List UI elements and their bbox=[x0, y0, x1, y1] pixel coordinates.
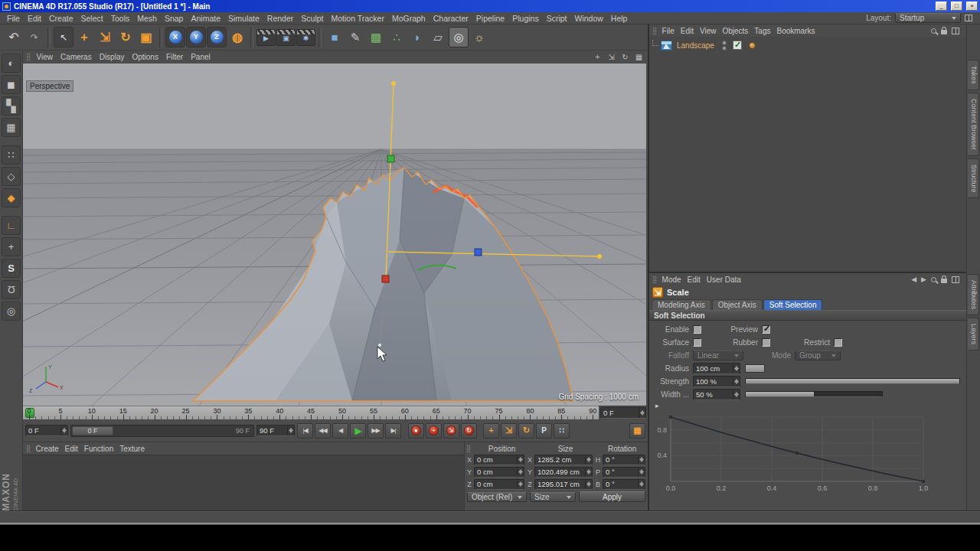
material-menu-edit[interactable]: Edit bbox=[62, 445, 81, 453]
generators-button[interactable]: ∴ bbox=[387, 27, 407, 47]
om-menu-view[interactable]: View bbox=[697, 27, 720, 35]
menu-item-mesh[interactable]: Mesh bbox=[133, 14, 161, 23]
menu-item-mograph[interactable]: MoGraph bbox=[388, 14, 430, 23]
points-mode-button[interactable]: ∷ bbox=[2, 145, 21, 165]
keying-scale-button[interactable]: ⇲ bbox=[501, 423, 517, 439]
menu-item-select[interactable]: Select bbox=[77, 14, 107, 23]
enable-checkbox[interactable] bbox=[693, 325, 701, 334]
curve-point[interactable] bbox=[669, 416, 672, 419]
curve-point[interactable] bbox=[795, 452, 799, 455]
floor-button[interactable]: ▱ bbox=[428, 27, 448, 47]
zoom-view-button[interactable]: ⇲ bbox=[606, 52, 617, 63]
menu-item-sculpt[interactable]: Sculpt bbox=[297, 14, 327, 23]
axis-y-handle[interactable] bbox=[387, 155, 394, 162]
key-interpolation-button[interactable]: ▦ bbox=[629, 423, 645, 439]
history-forward-icon[interactable]: ▶ bbox=[921, 276, 926, 283]
keying-rotation-button[interactable]: ↻ bbox=[518, 423, 534, 439]
model-mode-button[interactable]: ◼ bbox=[2, 75, 21, 94]
coord-size-dropdown[interactable]: Size bbox=[530, 492, 576, 502]
drag-handle-icon[interactable]: ⣿ bbox=[652, 276, 658, 283]
visibility-render-dot[interactable] bbox=[722, 46, 727, 51]
record-rotation-button[interactable]: ↻ bbox=[461, 423, 477, 439]
position-x-field[interactable]: 0 cm bbox=[474, 455, 524, 465]
rubber-checkbox[interactable] bbox=[762, 338, 770, 347]
material-menu-texture[interactable]: Texture bbox=[116, 445, 148, 453]
restrict-checkbox[interactable] bbox=[834, 338, 842, 347]
am-menu-user-data[interactable]: User Data bbox=[704, 276, 744, 284]
next-key-button[interactable]: ▶▶ bbox=[368, 423, 384, 439]
side-tab-attributes[interactable]: Attributes bbox=[968, 274, 979, 315]
stepper-icon[interactable] bbox=[585, 455, 592, 465]
last-tool-button[interactable]: ▣ bbox=[136, 27, 156, 47]
keying-position-button[interactable]: + bbox=[483, 423, 499, 439]
goto-start-button[interactable]: |◀ bbox=[297, 423, 313, 439]
polygons-mode-button[interactable]: ◆ bbox=[2, 188, 21, 207]
material-menu-create[interactable]: Create bbox=[33, 445, 62, 453]
lock-icon[interactable] bbox=[941, 279, 947, 283]
light-button[interactable]: ☼ bbox=[469, 27, 489, 47]
lock-x-button[interactable]: X bbox=[165, 27, 185, 47]
stepper-icon[interactable] bbox=[638, 455, 645, 465]
coord-mode-dropdown[interactable]: Object (Rel) bbox=[467, 492, 527, 502]
snap-button[interactable]: S bbox=[2, 259, 21, 278]
position-z-field[interactable]: 0 cm bbox=[474, 479, 524, 490]
visibility-editor-dot[interactable] bbox=[722, 41, 727, 45]
power-slider-handle[interactable]: 0 F bbox=[72, 426, 113, 435]
add-cube-button[interactable]: ■ bbox=[325, 27, 345, 47]
viewport-canvas[interactable]: Y X Z Perspective Grid Spacing : 1000 cm bbox=[23, 64, 646, 406]
curve-expander-icon[interactable]: ▸ bbox=[654, 402, 659, 409]
range-end-field[interactable]: 90 F bbox=[256, 425, 295, 436]
viewport-menu-view[interactable]: View bbox=[33, 53, 57, 61]
stepper-icon[interactable] bbox=[733, 364, 740, 373]
size-x-field[interactable]: 1285.2 cm bbox=[534, 455, 593, 465]
stepper-icon[interactable] bbox=[733, 377, 740, 386]
material-menu-function[interactable]: Function bbox=[81, 445, 116, 453]
move-tool-button[interactable]: + bbox=[74, 27, 94, 47]
camera-label[interactable]: Perspective bbox=[26, 80, 74, 92]
lock-z-button[interactable]: Z bbox=[207, 27, 227, 47]
stepper-icon[interactable] bbox=[638, 480, 645, 489]
stepper-icon[interactable] bbox=[733, 390, 740, 399]
stepper-icon[interactable] bbox=[639, 408, 645, 418]
width-slider[interactable] bbox=[745, 391, 883, 397]
viewport-menu-filter[interactable]: Filter bbox=[162, 53, 187, 61]
current-frame-field[interactable]: 0 F bbox=[600, 407, 646, 419]
drag-handle-icon[interactable]: ⣿ bbox=[26, 445, 31, 452]
menu-item-pipeline[interactable]: Pipeline bbox=[472, 14, 508, 23]
stepper-icon[interactable] bbox=[638, 468, 645, 477]
preview-checkbox[interactable] bbox=[762, 325, 770, 334]
rotation-h-field[interactable]: 0 ° bbox=[603, 455, 645, 465]
side-tab-structure[interactable]: Structure bbox=[968, 158, 979, 199]
orbit-view-button[interactable]: ↻ bbox=[619, 52, 631, 63]
rotation-p-field[interactable]: 0 ° bbox=[603, 467, 645, 478]
keyframe-selection-button[interactable]: ∷ bbox=[554, 423, 570, 439]
tab-object-axis[interactable]: Object Axis bbox=[712, 299, 763, 310]
menu-item-edit[interactable]: Edit bbox=[24, 14, 45, 23]
side-tab-layers[interactable]: Layers bbox=[968, 318, 979, 350]
position-y-field[interactable]: 0 cm bbox=[474, 467, 524, 478]
magnet-button[interactable]: Ω bbox=[2, 280, 21, 299]
range-start-field[interactable]: 0 F bbox=[25, 425, 68, 436]
toggle-views-button[interactable]: ▦ bbox=[633, 52, 645, 63]
menu-item-character[interactable]: Character bbox=[430, 14, 472, 23]
axis-x-tip[interactable] bbox=[597, 254, 602, 259]
rotation-b-field[interactable]: 0 ° bbox=[603, 479, 645, 490]
phong-tag-icon[interactable] bbox=[749, 42, 756, 49]
tab-modeling-axis[interactable]: Modeling Axis bbox=[652, 299, 711, 310]
stepper-icon[interactable] bbox=[585, 468, 592, 477]
stepper-icon[interactable] bbox=[60, 425, 67, 435]
menu-item-file[interactable]: File bbox=[3, 14, 24, 23]
prev-frame-button[interactable]: ◀ bbox=[332, 423, 348, 439]
render-settings-button[interactable]: ✱ bbox=[296, 29, 315, 46]
play-button[interactable]: ▶ bbox=[350, 423, 366, 439]
panes-icon[interactable] bbox=[952, 28, 959, 34]
stepper-icon[interactable] bbox=[517, 480, 524, 489]
close-button[interactable]: × bbox=[966, 2, 978, 11]
stepper-icon[interactable] bbox=[287, 425, 294, 435]
workplane-mode-button[interactable]: ▦ bbox=[2, 118, 21, 137]
search-icon[interactable] bbox=[931, 28, 936, 34]
width-field[interactable]: 50 % bbox=[693, 389, 740, 400]
deformers-button[interactable]: ◗ bbox=[407, 27, 427, 47]
material-list-area[interactable] bbox=[23, 455, 464, 511]
menu-item-help[interactable]: Help bbox=[607, 14, 632, 23]
